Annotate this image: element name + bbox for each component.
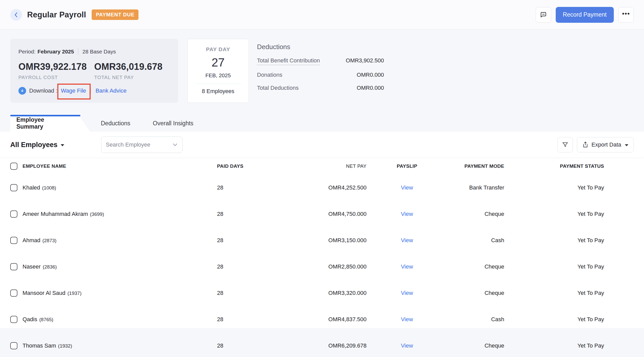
payment-mode-cell: Cheque xyxy=(440,290,504,296)
paid-days-cell: 28 xyxy=(217,211,268,217)
employee-id: (2836) xyxy=(43,264,57,270)
pay-day-month: FEB, 2025 xyxy=(188,72,249,79)
payment-status-cell: Yet To Pay xyxy=(504,263,634,270)
employee-name-cell: Naseer(2836) xyxy=(23,263,217,270)
employee-id: (1937) xyxy=(68,291,82,296)
deduction-value: OMR0.000 xyxy=(357,85,384,91)
payment-mode-cell: Cash xyxy=(440,316,504,323)
view-payslip-link[interactable]: View xyxy=(401,237,413,243)
column-header-net-pay: NET PAY xyxy=(268,163,367,169)
divider xyxy=(91,87,91,94)
record-payment-button[interactable]: Record Payment xyxy=(556,7,614,23)
view-payslip-link[interactable]: View xyxy=(401,316,413,322)
pay-day-number: 27 xyxy=(188,55,249,69)
select-all-checkbox[interactable] xyxy=(10,163,17,170)
employee-name: Ameer Muhammad Akram xyxy=(23,211,88,217)
employee-summary-panel: All Employees xyxy=(0,132,644,328)
net-pay-cell: OMR4,837.500 xyxy=(268,316,367,323)
net-pay-cell: OMR3,320.000 xyxy=(268,290,367,296)
payroll-cost-value: OMR39,922.178 xyxy=(18,61,94,72)
comments-button[interactable] xyxy=(536,7,551,23)
wage-file-link[interactable]: Wage File xyxy=(61,87,86,94)
total-net-pay-label: TOTAL NET PAY xyxy=(94,75,170,80)
download-icon xyxy=(18,87,26,95)
employee-id: (8765) xyxy=(39,317,53,322)
paid-days-cell: 28 xyxy=(217,237,268,244)
payment-status-cell: Yet To Pay xyxy=(504,184,634,191)
view-payslip-link[interactable]: View xyxy=(401,290,413,296)
employee-id: (1008) xyxy=(42,185,56,191)
employee-name-cell: Khaled(1008) xyxy=(23,184,217,191)
paid-days-cell: 28 xyxy=(217,184,268,191)
row-checkbox[interactable] xyxy=(10,289,17,297)
export-data-button[interactable]: Export Data xyxy=(577,137,634,152)
employee-name-cell: Mansoor Al Saud(1937) xyxy=(23,290,217,296)
table-row: Thomas Sam(1932) 28 OMR6,209.678 View Ch… xyxy=(10,332,634,357)
pay-day-card: PAY DAY 27 FEB, 2025 8 Employees xyxy=(187,39,249,103)
divider xyxy=(78,48,78,55)
filter-button[interactable] xyxy=(557,137,573,152)
employee-name: Naseer xyxy=(23,263,41,270)
back-button[interactable] xyxy=(10,9,22,21)
view-payslip-link[interactable]: View xyxy=(401,263,413,270)
employee-count: 8 Employees xyxy=(188,88,249,95)
paid-days-cell: 28 xyxy=(217,290,268,296)
payment-status-cell: Yet To Pay xyxy=(504,211,634,217)
tab-employee-summary[interactable]: Employee Summary xyxy=(10,115,78,132)
payment-mode-cell: Cash xyxy=(440,237,504,244)
payment-mode-cell: Bank Transfer xyxy=(440,184,504,191)
net-pay-cell: OMR4,750.000 xyxy=(268,211,367,217)
row-checkbox[interactable] xyxy=(10,342,17,349)
view-payslip-link[interactable]: View xyxy=(401,211,413,217)
deduction-row: Total Benefit Contribution OMR3,902.500 xyxy=(257,57,384,65)
deduction-label[interactable]: Donations xyxy=(257,72,282,78)
download-label: Download : xyxy=(29,87,57,94)
chevron-left-icon xyxy=(14,12,18,18)
table-row: Naseer(2836) 28 OMR2,850.000 View Cheque… xyxy=(10,253,634,280)
period-value: February 2025 xyxy=(38,49,74,55)
search-input[interactable] xyxy=(106,141,173,148)
employee-search[interactable] xyxy=(101,137,183,153)
deductions-list: Total Benefit Contribution OMR3,902.500 … xyxy=(257,57,384,91)
row-checkbox[interactable] xyxy=(10,237,17,244)
employee-name: Qadis xyxy=(23,316,37,322)
table-row: Ameer Muhammad Akram(3699) 28 OMR4,750.0… xyxy=(10,201,634,227)
chevron-down-icon[interactable] xyxy=(173,143,178,146)
chevron-down-icon xyxy=(625,144,628,146)
column-header-payslip: PAYSLIP xyxy=(367,163,440,169)
payment-mode-cell: Cheque xyxy=(440,263,504,270)
summary-section: Period: February 2025 28 Base Days OMR39… xyxy=(0,30,644,103)
employee-name-cell: Thomas Sam(1932) xyxy=(23,342,217,349)
row-checkbox[interactable] xyxy=(10,184,17,191)
net-pay-cell: OMR6,209.678 xyxy=(268,342,367,349)
chevron-down-icon xyxy=(61,144,64,146)
funnel-icon xyxy=(562,141,569,148)
view-payslip-link[interactable]: View xyxy=(401,184,413,191)
row-checkbox[interactable] xyxy=(10,210,17,218)
employee-name: Ahmad xyxy=(23,237,40,243)
paid-days-cell: 28 xyxy=(217,316,268,323)
row-checkbox[interactable] xyxy=(10,263,17,270)
column-header-employee-name: EMPLOYEE NAME xyxy=(23,163,217,169)
view-payslip-link[interactable]: View xyxy=(401,342,413,349)
payment-status-cell: Yet To Pay xyxy=(504,342,634,349)
more-options-button[interactable]: ••• xyxy=(618,7,634,23)
export-icon xyxy=(582,141,588,148)
deduction-row: Donations OMR0.000 xyxy=(257,72,384,78)
tab-deductions[interactable]: Deductions xyxy=(95,115,136,132)
deduction-label[interactable]: Total Benefit Contribution xyxy=(257,57,320,65)
payment-status-cell: Yet To Pay xyxy=(504,316,634,323)
bank-advice-link[interactable]: Bank Advice xyxy=(95,87,126,94)
tab-bar: Employee Summary Deductions Overall Insi… xyxy=(0,115,644,132)
table-toolbar: All Employees xyxy=(10,132,634,158)
employee-filter-label: All Employees xyxy=(10,141,58,149)
ellipsis-icon: ••• xyxy=(622,10,630,19)
employee-filter-dropdown[interactable]: All Employees xyxy=(10,141,64,149)
page-title: Regular Payroll xyxy=(27,10,86,19)
tab-overall-insights[interactable]: Overall Insights xyxy=(147,115,200,132)
pay-day-label: PAY DAY xyxy=(188,46,249,52)
row-checkbox[interactable] xyxy=(10,316,17,323)
deduction-label[interactable]: Total Deductions xyxy=(257,85,299,91)
employee-name-cell: Ahmad(2873) xyxy=(23,237,217,244)
table-row: Qadis(8765) 28 OMR4,837.500 View Cash Ye… xyxy=(10,306,634,332)
